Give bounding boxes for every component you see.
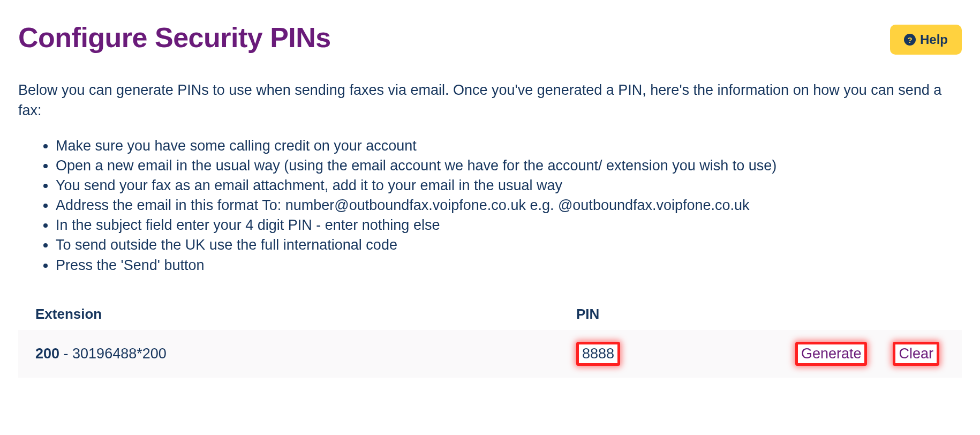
extension-separator: - [59, 346, 72, 362]
instructions-list: Make sure you have some calling credit o… [18, 136, 962, 275]
instruction-item: To send outside the UK use the full inte… [56, 235, 962, 254]
table-row: 200 - 30196488*200 8888 Generate Clear [18, 330, 962, 378]
clear-button[interactable]: Clear [893, 342, 939, 366]
column-actions [689, 306, 945, 322]
instruction-item: You send your fax as an email attachment… [56, 176, 962, 195]
instruction-item: Address the email in this format To: num… [56, 196, 962, 215]
page-title: Configure Security PINs [18, 21, 331, 54]
intro-text: Below you can generate PINs to use when … [18, 80, 961, 121]
table-header: Extension PIN [18, 301, 962, 330]
generate-button[interactable]: Generate [795, 342, 868, 366]
instruction-item: Open a new email in the usual way (using… [56, 156, 962, 175]
instruction-item: Press the 'Send' button [56, 256, 962, 275]
instruction-item: Make sure you have some calling credit o… [56, 136, 962, 155]
extension-cell: 200 - 30196488*200 [35, 346, 576, 362]
help-button[interactable]: ? Help [890, 25, 962, 55]
help-label: Help [920, 32, 948, 47]
column-extension: Extension [35, 306, 576, 322]
pin-value[interactable]: 8888 [576, 342, 620, 366]
help-icon: ? [904, 34, 916, 46]
actions-cell: Generate Clear [689, 342, 945, 366]
column-pin: PIN [576, 306, 689, 322]
pins-table: Extension PIN 200 - 30196488*200 8888 Ge… [18, 301, 962, 378]
extension-number: 200 [35, 346, 59, 362]
extension-detail: 30196488*200 [72, 346, 167, 362]
pin-cell: 8888 [576, 342, 689, 366]
instruction-item: In the subject field enter your 4 digit … [56, 215, 962, 235]
